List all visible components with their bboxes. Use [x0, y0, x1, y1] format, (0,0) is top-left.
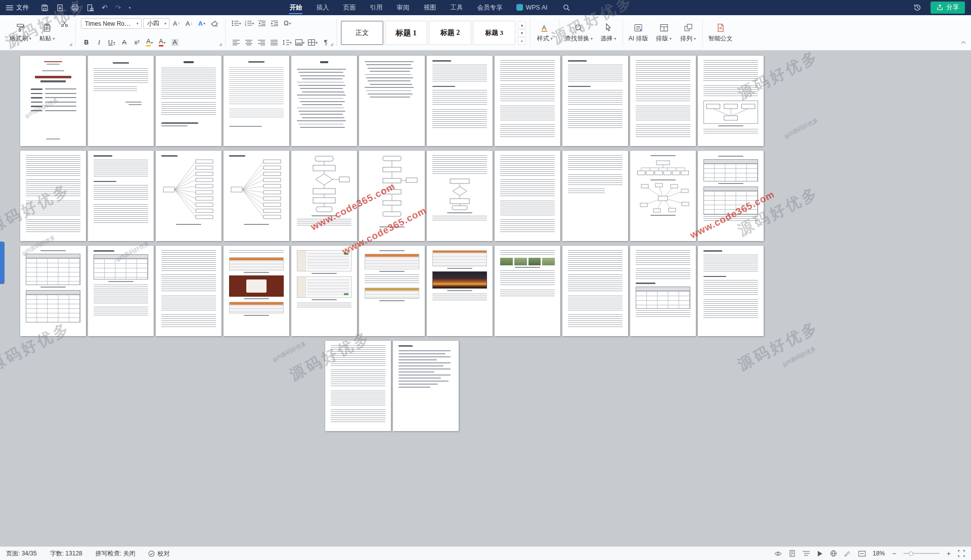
page-thumbnail-23[interactable]: [20, 246, 86, 336]
page-thumbnail-24[interactable]: [88, 246, 154, 336]
page-thumbnail-12[interactable]: [20, 151, 86, 241]
page-thumbnail-30[interactable]: [495, 246, 560, 336]
zoom-level[interactable]: 18%: [873, 550, 885, 557]
page-thumbnail-28[interactable]: [359, 246, 425, 336]
gallery-down-icon[interactable]: ▾: [518, 29, 526, 37]
underline-button[interactable]: U▾: [106, 37, 117, 48]
proofread-button[interactable]: 校对: [148, 549, 169, 558]
zoom-in-button[interactable]: +: [947, 550, 951, 557]
search-icon[interactable]: [563, 4, 570, 11]
task-pane-handle[interactable]: [0, 242, 5, 284]
save-icon[interactable]: [41, 4, 49, 12]
find-replace-button[interactable]: 查找替换▾: [561, 18, 596, 48]
clear-format-icon[interactable]: [209, 19, 220, 29]
tab-page[interactable]: 页面: [336, 1, 363, 15]
ai-layout-button[interactable]: AI 排版: [625, 18, 652, 48]
page-thumbnail-11[interactable]: [698, 56, 764, 146]
zoom-slider[interactable]: [903, 553, 940, 554]
clipboard-dialog-launcher-icon[interactable]: [69, 39, 72, 48]
decrease-indent-icon[interactable]: [256, 18, 268, 28]
strikethrough-button[interactable]: A: [119, 37, 130, 48]
page-thumbnail-31[interactable]: [562, 246, 628, 336]
highlight-color-button[interactable]: A▾: [144, 37, 155, 48]
character-shading-button[interactable]: A: [169, 37, 181, 48]
redo-icon[interactable]: ↷: [115, 4, 121, 11]
page-thumbnail-4[interactable]: [224, 56, 289, 146]
borders-button[interactable]: ▾: [307, 37, 319, 48]
zoom-slider-thumb[interactable]: [909, 551, 913, 556]
paragraph-dialog-launcher-icon[interactable]: [330, 39, 333, 48]
align-left-icon[interactable]: [231, 37, 242, 48]
page-thumbnail-8[interactable]: [495, 56, 560, 146]
increase-font-button[interactable]: A↑: [171, 19, 182, 29]
fit-page-icon[interactable]: [858, 550, 866, 557]
page-thumbnail-9[interactable]: [562, 56, 628, 146]
history-sync-icon[interactable]: [913, 4, 921, 12]
page-thumbnail-29[interactable]: [427, 246, 493, 336]
web-layout-icon[interactable]: [830, 550, 837, 557]
page-thumbnail-34[interactable]: [325, 341, 391, 431]
page-thumbnail-18[interactable]: [427, 151, 493, 241]
gallery-up-icon[interactable]: ▴: [518, 21, 526, 29]
document-area[interactable]: [0, 51, 971, 546]
style-heading-3[interactable]: 标题 3: [473, 21, 515, 45]
tab-wps-ai[interactable]: WPS AI: [509, 1, 554, 15]
arrange-button[interactable]: 排列▾: [676, 18, 700, 48]
bullet-list-button[interactable]: ▾: [231, 18, 242, 28]
outline-view-icon[interactable]: [803, 550, 810, 556]
page-thumbnail-27[interactable]: [291, 246, 357, 336]
page-thumbnail-22[interactable]: [698, 151, 764, 241]
fullscreen-icon[interactable]: [958, 550, 965, 557]
align-center-icon[interactable]: [243, 37, 254, 48]
page-indicator[interactable]: 页面: 34/35: [6, 549, 37, 558]
symbol-button[interactable]: Ω▾: [282, 18, 293, 28]
page-thumbnail-5[interactable]: [291, 56, 357, 146]
export-icon[interactable]: [56, 4, 64, 12]
tab-view[interactable]: 视图: [416, 1, 443, 15]
shading-button[interactable]: ▾: [294, 37, 306, 48]
page-thumbnail-2[interactable]: [88, 56, 154, 146]
page-thumbnail-16[interactable]: [291, 151, 357, 241]
superscript-button[interactable]: x²: [131, 37, 143, 48]
quick-access-caret-icon[interactable]: ▾: [128, 6, 130, 10]
gallery-more-icon[interactable]: ≡: [518, 37, 526, 45]
tab-references[interactable]: 引用: [363, 1, 389, 15]
font-dialog-launcher-icon[interactable]: [218, 39, 222, 48]
page-thumbnail-32[interactable]: [630, 246, 696, 336]
undo-icon[interactable]: ↶: [102, 4, 108, 11]
cut-icon[interactable]: [59, 18, 70, 28]
style-heading-1[interactable]: 标题 1: [385, 21, 427, 45]
page-thumbnail-21[interactable]: [630, 151, 696, 241]
page-thumbnail-26[interactable]: [224, 246, 289, 336]
increase-indent-icon[interactable]: [269, 18, 280, 28]
font-family-select[interactable]: Times New Roman▾: [81, 18, 142, 29]
align-right-icon[interactable]: [256, 37, 267, 48]
page-thumbnail-10[interactable]: [630, 56, 696, 146]
page-thumbnail-35[interactable]: [393, 341, 459, 431]
paste-button[interactable]: 粘贴▾: [35, 22, 59, 44]
page-thumbnail-25[interactable]: [156, 246, 222, 336]
font-size-select[interactable]: 小四▾: [143, 18, 169, 29]
text-effects-button[interactable]: A▾: [196, 19, 207, 29]
page-thumbnail-20[interactable]: [562, 151, 628, 241]
print-icon[interactable]: [71, 4, 79, 12]
page-thumbnail-33[interactable]: [698, 246, 764, 336]
zoom-out-button[interactable]: −: [892, 550, 896, 557]
page-thumbnail-17[interactable]: [359, 151, 425, 241]
page-thumbnail-13[interactable]: [88, 151, 154, 241]
main-menu-button[interactable]: 文件: [6, 4, 29, 12]
page-view-icon[interactable]: [789, 550, 796, 557]
word-count[interactable]: 字数: 13128: [50, 549, 82, 558]
edit-mode-icon[interactable]: [844, 550, 851, 557]
smart-doc-button[interactable]: 智能公文: [705, 18, 736, 48]
print-preview-icon[interactable]: [86, 4, 94, 12]
numbered-list-button[interactable]: 123 ▾: [244, 18, 255, 28]
select-button[interactable]: 选择▾: [596, 18, 621, 48]
eye-protection-icon[interactable]: [774, 551, 782, 556]
font-color-button[interactable]: A▾: [157, 37, 168, 48]
share-button[interactable]: 分享: [931, 2, 965, 14]
bold-button[interactable]: B: [81, 37, 92, 48]
styles-button[interactable]: A 样式▾: [533, 18, 557, 48]
tab-review[interactable]: 审阅: [389, 1, 416, 15]
style-heading-2[interactable]: 标题 2: [429, 21, 471, 45]
